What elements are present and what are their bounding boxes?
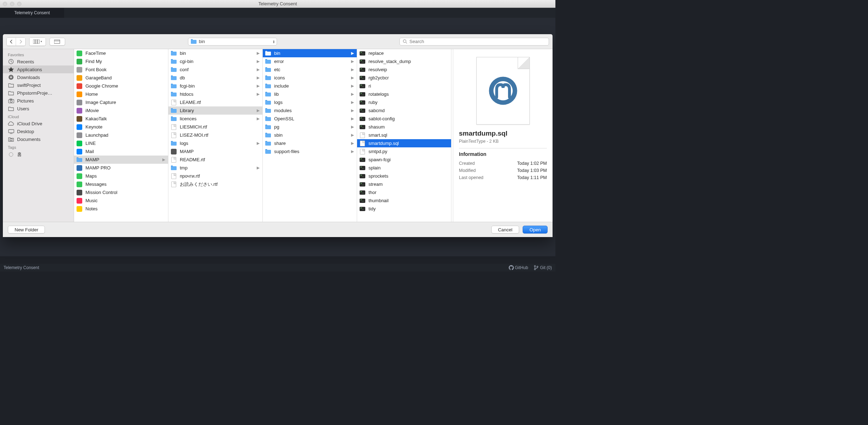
column-item[interactable]: resolveip xyxy=(357,65,451,74)
column-item[interactable]: error▶ xyxy=(263,57,357,65)
column-item[interactable]: spawn-fcgi xyxy=(357,156,451,164)
column-item[interactable]: お読みください.rtf xyxy=(168,180,262,188)
sidebar-item[interactable]: Desktop xyxy=(3,127,74,135)
statusbar-github[interactable]: GitHub xyxy=(509,265,528,271)
sidebar-item[interactable]: iCloud Drive xyxy=(3,120,74,127)
column-item[interactable]: smartdump.sql xyxy=(357,139,451,147)
column-item[interactable]: Music xyxy=(74,196,168,205)
column-item[interactable]: splain xyxy=(357,164,451,172)
column-item[interactable]: GarageBand xyxy=(74,74,168,82)
zoom-window-button[interactable] xyxy=(17,2,21,6)
back-button[interactable] xyxy=(7,38,16,46)
folder-icon xyxy=(190,39,197,44)
column-item[interactable]: Keynote xyxy=(74,123,168,131)
column-item[interactable]: Mission Control xyxy=(74,188,168,196)
column-item[interactable]: etc▶ xyxy=(263,65,357,74)
column-item[interactable]: rotatelogs xyxy=(357,90,451,98)
open-button[interactable]: Open xyxy=(523,226,548,234)
column-item[interactable]: README.rtf xyxy=(168,156,262,164)
column-item[interactable]: Maps xyxy=(74,172,168,180)
column-item[interactable]: Messages xyxy=(74,180,168,188)
sidebar-item[interactable]: Documents xyxy=(3,135,74,143)
column-item[interactable]: Launchpad xyxy=(74,131,168,139)
column-item[interactable]: fcgi-bin▶ xyxy=(168,82,262,90)
column-item[interactable]: smart.sql xyxy=(357,131,451,139)
column-item[interactable]: Find My xyxy=(74,57,168,65)
sidebar-item[interactable]: 홈 xyxy=(3,150,74,159)
executable-icon xyxy=(359,116,366,122)
column-item[interactable]: thor xyxy=(357,188,451,196)
column-item[interactable]: MAMP▶ xyxy=(74,156,168,164)
column-item[interactable]: Library▶ xyxy=(168,106,262,115)
column-item[interactable]: include▶ xyxy=(263,82,357,90)
column-item[interactable]: bin▶ xyxy=(263,49,357,57)
column-item[interactable]: bin▶ xyxy=(168,49,262,57)
column-item[interactable]: support-files▶ xyxy=(263,147,357,156)
column-item[interactable]: Image Capture xyxy=(74,98,168,106)
sidebar-item[interactable]: swiftProject xyxy=(3,81,74,89)
sidebar-item[interactable]: Pictures xyxy=(3,97,74,105)
sidebar-item[interactable]: Recents xyxy=(3,58,74,65)
column-item[interactable]: lib▶ xyxy=(263,90,357,98)
column-item[interactable]: Home xyxy=(74,90,168,98)
column-item[interactable]: LISEZ-MOI.rtf xyxy=(168,131,262,139)
column-item[interactable]: ri xyxy=(357,82,451,90)
column-item[interactable]: modules▶ xyxy=(263,106,357,115)
group-button[interactable] xyxy=(49,38,65,46)
sidebar-item[interactable]: Downloads xyxy=(3,73,74,81)
preview-info-key: Created xyxy=(459,161,475,166)
column-item[interactable]: htdocs▶ xyxy=(168,90,262,98)
column-item[interactable]: conf▶ xyxy=(168,65,262,74)
column-item[interactable]: icons▶ xyxy=(263,74,357,82)
new-folder-button[interactable]: New Folder xyxy=(8,226,45,234)
statusbar-git[interactable]: Git (0) xyxy=(534,265,552,271)
column-item[interactable]: tidy xyxy=(357,205,451,213)
column-item[interactable]: OpenSSL▶ xyxy=(263,115,357,123)
column-item[interactable]: share▶ xyxy=(263,139,357,147)
sidebar-item[interactable]: Applications xyxy=(3,65,74,73)
column-item[interactable]: smtpd.py xyxy=(357,147,451,156)
sidebar-item[interactable]: Users xyxy=(3,105,74,112)
column-item[interactable]: KakaoTalk xyxy=(74,115,168,123)
column-item[interactable]: shasum xyxy=(357,123,451,131)
sidebar-item[interactable]: PhpstormProje… xyxy=(3,89,74,97)
column-item[interactable]: Mail xyxy=(74,147,168,156)
column-item[interactable]: LIESMICH.rtf xyxy=(168,123,262,131)
column-item[interactable]: прочти.rtf xyxy=(168,172,262,180)
column-item[interactable]: FaceTime xyxy=(74,49,168,57)
column-item[interactable]: iMovie xyxy=(74,106,168,115)
column-item[interactable]: logs▶ xyxy=(263,98,357,106)
column-item[interactable]: sbin▶ xyxy=(263,131,357,139)
column-item[interactable]: sprockets xyxy=(357,172,451,180)
app-tab[interactable]: Telemetry Consent xyxy=(0,8,64,18)
column-item[interactable]: tmp▶ xyxy=(168,164,262,172)
column-item[interactable]: MAMP xyxy=(168,147,262,156)
column-item[interactable]: Notes xyxy=(74,205,168,213)
column-item[interactable]: ruby xyxy=(357,98,451,106)
cancel-button[interactable]: Cancel xyxy=(491,226,519,234)
column-item[interactable]: replace xyxy=(357,49,451,57)
search-input[interactable] xyxy=(409,39,546,44)
column-item[interactable]: Font Book xyxy=(74,65,168,74)
column-item[interactable]: thumbnail xyxy=(357,196,451,205)
column-item[interactable]: pg▶ xyxy=(263,123,357,131)
column-item[interactable]: sabcmd xyxy=(357,106,451,115)
column-item[interactable]: rgb2ycbcr xyxy=(357,74,451,82)
column-item[interactable]: MAMP PRO xyxy=(74,164,168,172)
column-item[interactable]: Google Chrome xyxy=(74,82,168,90)
view-columns-button[interactable]: ▾ xyxy=(30,38,46,46)
column-item[interactable]: stream xyxy=(357,180,451,188)
minimize-window-button[interactable] xyxy=(10,2,14,6)
column-item[interactable]: logs▶ xyxy=(168,139,262,147)
forward-button[interactable] xyxy=(16,38,25,46)
search-field[interactable] xyxy=(399,38,549,46)
path-dropdown[interactable]: bin ▴▾ xyxy=(188,38,277,46)
column-item[interactable]: LEAME.rtf xyxy=(168,98,262,106)
column-item[interactable]: LINE xyxy=(74,139,168,147)
column-item[interactable]: sablot-config xyxy=(357,115,451,123)
column-item[interactable]: resolve_stack_dump xyxy=(357,57,451,65)
column-item[interactable]: licences▶ xyxy=(168,115,262,123)
column-item[interactable]: db▶ xyxy=(168,74,262,82)
column-item[interactable]: cgi-bin▶ xyxy=(168,57,262,65)
close-window-button[interactable] xyxy=(3,2,7,6)
